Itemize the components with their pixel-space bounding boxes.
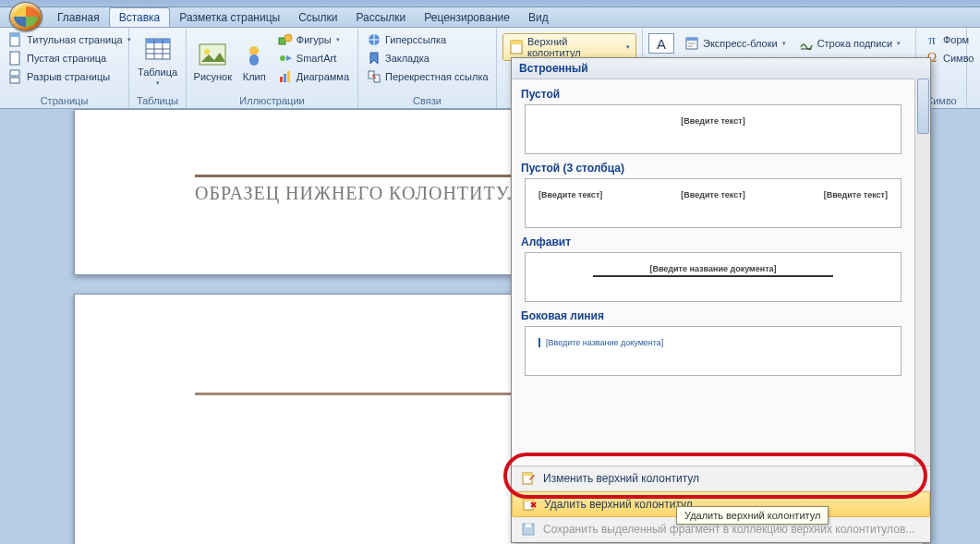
svg-rect-23 [374, 75, 380, 82]
gallery-item-title-2: Пустой (3 столбца) [521, 162, 907, 175]
gallery-item-title-4: Боковая линия [521, 309, 907, 322]
group-tables-label: Таблицы [135, 93, 180, 106]
gallery-item-title-1: Пустой [521, 88, 907, 101]
group-illustrations-label: Иллюстрации [192, 93, 352, 106]
page-break-button[interactable]: Разрыв страницы [6, 68, 134, 85]
gallery-scrollbar[interactable] [914, 79, 930, 470]
gallery-item-title-3: Алфавит [521, 236, 907, 248]
blank-page-label: Пустая страница [27, 53, 106, 64]
placeholder-doc: [Введите название документа] [593, 264, 833, 277]
table-button[interactable]: Таблица▾ [135, 31, 180, 91]
hyperlink-button[interactable]: Гиперссылка [364, 31, 491, 48]
shapes-label: Фигуры [296, 34, 332, 45]
tab-mailings[interactable]: Рассылки [346, 8, 415, 27]
page-break-icon [8, 69, 23, 84]
svg-rect-20 [287, 71, 290, 82]
pi-icon: π [925, 32, 939, 47]
formula-button[interactable]: π Форм [922, 31, 977, 48]
svg-point-17 [280, 55, 285, 61]
textbox-button[interactable]: A [648, 33, 674, 54]
bookmark-icon [367, 51, 381, 66]
tab-view[interactable]: Вид [519, 8, 558, 27]
quickparts-button[interactable]: Экспресс-блоки▾ [682, 35, 789, 52]
textbox-A: A [657, 36, 666, 52]
placeholder-text: [Введите текст] [538, 116, 888, 126]
crossref-icon [367, 69, 381, 84]
tab-review[interactable]: Рецензирование [415, 8, 519, 27]
svg-rect-14 [249, 54, 259, 66]
symbol-label: Симво [943, 53, 974, 64]
cover-page-label: Титульная страница [27, 34, 123, 45]
svg-rect-22 [369, 71, 374, 79]
office-button[interactable] [9, 2, 42, 31]
shapes-icon [278, 32, 293, 47]
picture-label: Рисунок [194, 71, 233, 82]
save-selection-label: Сохранить выделенный фрагмент в коллекци… [543, 523, 914, 536]
svg-rect-28 [688, 42, 696, 44]
svg-rect-34 [524, 499, 533, 502]
chart-icon [278, 69, 293, 84]
tab-references[interactable]: Ссылки [289, 8, 346, 27]
save-icon [521, 522, 536, 537]
hyperlink-icon [367, 32, 381, 47]
smartart-button[interactable]: SmartArt [275, 50, 352, 66]
group-links-label: Связи [364, 93, 490, 106]
cover-page-button[interactable]: Титульная страница▾ [6, 31, 134, 48]
edit-header-item[interactable]: Изменить верхний колонтитул [512, 466, 930, 491]
gallery-builtin-header: Встроенный [512, 58, 930, 79]
chart-button[interactable]: Диаграмма [275, 68, 352, 85]
ribbon-tabs: Главная Вставка Разметка страницы Ссылки… [0, 7, 980, 28]
blank-page-button[interactable]: Пустая страница [6, 50, 134, 66]
clip-icon [239, 40, 269, 69]
svg-rect-1 [10, 33, 19, 37]
svg-rect-4 [10, 78, 19, 83]
bookmark-label: Закладка [385, 53, 430, 64]
tab-layout[interactable]: Разметка страницы [170, 8, 289, 27]
placeholder-doc: [Введите название документа] [538, 338, 663, 347]
placeholder-text: [Введите текст] [538, 190, 602, 199]
page-break-label: Разрыв страницы [27, 71, 110, 82]
svg-rect-38 [526, 524, 531, 527]
clip-label: Клип [243, 71, 266, 82]
tab-home[interactable]: Главная [48, 8, 109, 27]
svg-rect-25 [511, 41, 522, 44]
svg-rect-29 [688, 45, 693, 47]
shapes-button[interactable]: Фигуры▾ [275, 31, 352, 48]
svg-rect-6 [146, 39, 170, 43]
picture-icon [198, 40, 227, 69]
gallery-item-3[interactable]: [Введите название документа] [525, 252, 901, 302]
formula-label: Форм [943, 34, 969, 45]
gallery-item-2[interactable]: [Введите текст] [Введите текст] [Введите… [525, 178, 901, 228]
sigline-button[interactable]: Строка подписи▾ [796, 35, 903, 52]
page-blank-icon [8, 51, 23, 66]
remove-header-label: Удалить верхний колонтитул [544, 498, 693, 511]
header-icon [509, 40, 524, 54]
placeholder-text: [Введите текст] [824, 190, 888, 199]
gallery-item-4[interactable]: [Введите название документа] [525, 326, 901, 376]
crossref-button[interactable]: Перекрестная ссылка [364, 68, 491, 85]
svg-point-16 [284, 34, 292, 42]
hyperlink-label: Гиперссылка [385, 34, 446, 45]
svg-rect-27 [686, 38, 697, 41]
svg-rect-19 [284, 74, 286, 82]
svg-point-12 [204, 49, 210, 54]
page-icon [8, 32, 23, 47]
clip-button[interactable]: Клип [237, 31, 272, 91]
quickparts-icon [684, 36, 699, 51]
header-gallery-dropdown: Встроенный Пустой [Введите текст] Пустой… [511, 57, 931, 543]
bookmark-button[interactable]: Закладка [364, 50, 491, 66]
signature-icon [799, 36, 814, 51]
sigline-label: Строка подписи [817, 38, 892, 49]
gallery-item-1[interactable]: [Введите текст] [525, 104, 901, 154]
crossref-label: Перекрестная ссылка [385, 71, 489, 82]
header-label: Верхний колонтитул [527, 36, 622, 58]
svg-rect-3 [10, 70, 19, 76]
smartart-label: SmartArt [296, 53, 336, 64]
svg-rect-2 [10, 52, 19, 65]
edit-header-label: Изменить верхний колонтитул [543, 472, 699, 485]
tab-insert[interactable]: Вставка [109, 7, 171, 27]
svg-rect-32 [523, 473, 532, 476]
chart-label: Диаграмма [296, 71, 349, 82]
table-label: Таблица [138, 66, 177, 78]
picture-button[interactable]: Рисунок [192, 31, 234, 91]
